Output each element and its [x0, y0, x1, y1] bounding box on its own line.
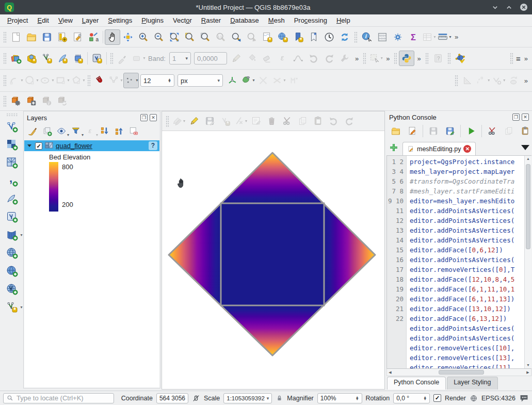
erase-cells-button[interactable] — [260, 51, 275, 66]
pan-to-selection-button[interactable] — [120, 29, 136, 45]
save-project-button[interactable] — [39, 29, 55, 45]
menu-database[interactable]: Database — [226, 15, 263, 25]
add-spatialite-layer-button[interactable] — [5, 192, 19, 206]
expand-all-button[interactable] — [98, 125, 111, 138]
toolbar-overflow-icon[interactable]: » — [417, 55, 421, 62]
digitize-mesh-button[interactable] — [453, 51, 468, 66]
copy-button[interactable] — [501, 123, 517, 139]
band-select[interactable]: 1▾ — [169, 52, 191, 64]
vertex-tool-button[interactable]: ▾ — [233, 114, 248, 129]
new-shapefile-layer-button[interactable]: *▾ — [5, 300, 19, 315]
expand-arrow-icon[interactable] — [27, 144, 31, 147]
add-vector-layer-button[interactable] — [5, 120, 19, 134]
toggle-editing-button[interactable] — [186, 114, 202, 129]
select-features-button[interactable]: ▾ — [368, 51, 383, 66]
messages-icon[interactable] — [519, 394, 529, 402]
open-attribute-table-button[interactable]: ▾ — [421, 29, 437, 45]
menu-vector[interactable]: Vector — [169, 15, 196, 25]
open-script-button[interactable] — [388, 123, 404, 139]
new-shapefile-layer-button[interactable]: * — [39, 51, 55, 66]
add-raster-layer-button[interactable] — [5, 138, 19, 152]
dock-tab-python-console[interactable]: Python Console — [387, 377, 446, 390]
add-wms-layer-button[interactable]: ▾ — [5, 228, 19, 242]
zoom-out-button[interactable] — [151, 29, 167, 45]
layer-tree[interactable]: ✓ quad_flower ? Bed Elevation 800 200 — [24, 140, 159, 387]
raster-color-picker-button[interactable] — [115, 51, 131, 66]
cut-features-button[interactable] — [279, 114, 295, 129]
render-checkbox[interactable]: ✓ — [433, 394, 441, 402]
menu-settings[interactable]: Settings — [104, 15, 136, 25]
add-wfs-layer-button[interactable] — [5, 264, 19, 279]
rectangle-tool-button[interactable]: ▾ — [55, 73, 70, 88]
redo-button[interactable] — [321, 51, 337, 66]
refresh-map-button[interactable] — [337, 29, 352, 45]
toolbar-overflow-icon[interactable]: » — [355, 55, 359, 62]
self-snapping-button[interactable]: ▾ — [271, 73, 286, 88]
float-panel-button[interactable]: ❐ — [140, 114, 148, 121]
vertical-scroll-thumb[interactable] — [526, 164, 530, 249]
zoom-to-layer-button[interactable] — [198, 29, 213, 45]
run-script-button[interactable] — [463, 123, 479, 139]
manage-plugins-button[interactable] — [8, 93, 24, 109]
float-panel-button[interactable]: ❐ — [512, 114, 520, 121]
save-edits-button[interactable] — [202, 114, 217, 129]
map-canvas[interactable] — [162, 131, 384, 389]
maximize-button[interactable] — [506, 4, 512, 11]
magnifier-spinner[interactable]: 100%▲▼ — [317, 393, 362, 403]
data-source-manager-button[interactable] — [8, 51, 24, 66]
layer-item-quad-flower[interactable]: ✓ quad_flower ? — [24, 140, 159, 151]
lock-icon[interactable] — [276, 394, 283, 402]
mouse-extents-icon[interactable] — [192, 394, 200, 402]
undo-button[interactable] — [326, 114, 341, 129]
scroll-right-arrow[interactable]: ▶ — [525, 369, 531, 376]
identify-features-button[interactable]: i — [359, 29, 375, 45]
code-editor[interactable]: 1 2 3 4 5 6 7 8 9 10 11 12 13 14 15 16 1… — [386, 155, 531, 369]
circle-tool-button[interactable]: ▾ — [24, 73, 39, 88]
topological-editing-button[interactable] — [224, 73, 240, 88]
toolbar-overflow-icon[interactable]: » — [455, 33, 458, 41]
scroll-left-arrow[interactable]: ◀ — [387, 369, 393, 376]
snapping-units[interactable]: px▾ — [178, 74, 223, 87]
toolbar-overflow-icon[interactable]: » — [524, 55, 528, 62]
zoom-full-button[interactable] — [167, 29, 182, 45]
show-layout-manager-button[interactable] — [70, 29, 86, 45]
layer-badge[interactable]: ? — [149, 141, 157, 150]
snapping-on-intersection-button[interactable] — [255, 73, 271, 88]
new-spatialite-layer-button[interactable]: * — [55, 51, 70, 66]
dock-tab-layer-styling[interactable]: Layer Styling — [447, 377, 497, 390]
menu-raster[interactable]: Raster — [197, 15, 225, 25]
coordinate-input[interactable]: 564 3056 — [156, 393, 188, 403]
toolbar-menu-icon[interactable]: ≡ — [516, 54, 521, 63]
scroll-down-arrow[interactable]: ▼ — [525, 362, 531, 368]
fill-cells-button[interactable] — [244, 51, 260, 66]
menu-mesh[interactable]: Mesh — [264, 15, 289, 25]
new-print-layout-button[interactable] — [55, 29, 70, 45]
tracing-button[interactable] — [286, 73, 302, 88]
install-plugin-button[interactable] — [24, 93, 39, 109]
close-panel-button[interactable]: ✕ — [150, 114, 157, 121]
new-temporary-scratch-layer-button[interactable]: * — [70, 51, 86, 66]
rotation-spinner[interactable]: 0,0 °▲▼ — [393, 393, 430, 403]
layer-visibility-checkbox[interactable]: ✓ — [35, 142, 42, 150]
add-group-button[interactable] — [40, 125, 54, 138]
temporal-controller-button[interactable] — [321, 29, 337, 45]
menu-help[interactable]: Help — [332, 15, 354, 25]
circular-string-tool-button[interactable]: ▾ — [8, 73, 24, 88]
editor-tab-meshediting[interactable]: meshEditing.py ✕ — [402, 142, 476, 155]
new-map-view-button[interactable]: * — [260, 29, 275, 45]
add-mesh-layer-button[interactable] — [5, 156, 19, 170]
menu-layer[interactable]: Layer — [78, 15, 103, 25]
snapping-type-button[interactable]: ▾ — [123, 73, 139, 88]
pan-map-button[interactable] — [105, 29, 120, 45]
minimize-button[interactable] — [492, 4, 498, 11]
paste-features-button[interactable] — [310, 114, 326, 129]
menu-view[interactable]: View — [54, 15, 77, 25]
horizontal-scroll-thumb[interactable] — [439, 370, 484, 375]
editor-vertical-scrollbar[interactable]: ▲ ▼ — [524, 156, 531, 368]
ellipse-tool-button[interactable]: ▾ — [39, 73, 55, 88]
save-script-button[interactable] — [426, 123, 441, 139]
add-virtual-layer-button[interactable] — [5, 210, 19, 224]
assign-expression-button[interactable]: ε — [275, 51, 291, 66]
filter-legend-button[interactable]: ▾ — [69, 125, 83, 138]
cad-tools-button[interactable] — [460, 73, 475, 88]
